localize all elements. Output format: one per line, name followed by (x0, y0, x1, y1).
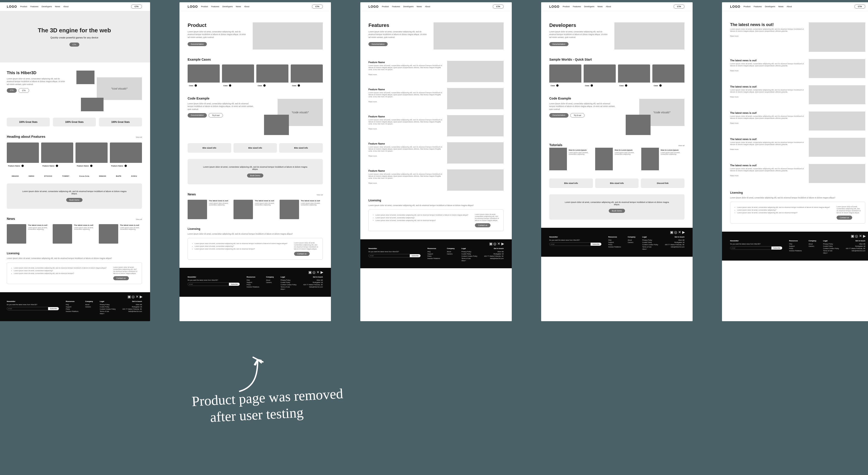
licensing-box: Lorem ipsum dolor sit amet, consectetur … (7, 262, 142, 284)
hiber-cta2[interactable]: CTA (19, 88, 29, 93)
partner-logos: SMASHSMSHSTOCKXTOMMY Coca-ColaSMASHBAPEK… (7, 175, 142, 177)
bite-pill[interactable]: Bite sized info (188, 143, 231, 153)
news-heading: News (7, 217, 15, 220)
demo-banner: Lorem ipsum dolor sit amet, consectetur … (7, 183, 142, 209)
arrow-icon (125, 165, 127, 167)
news-item[interactable]: The latest news is out!Lorem ipsum dolor… (7, 224, 50, 244)
product-hero-image (253, 22, 323, 50)
doc-button[interactable]: Documentation (188, 113, 207, 118)
feature-card[interactable]: Feature Name (110, 143, 142, 169)
newsletter-input[interactable] (7, 307, 48, 310)
news-block: The latest news is out!Lorem ipsum dolor… (730, 22, 865, 52)
hiber-section: This is Hiber3D Lorem ipsum dolor sit am… (7, 70, 142, 111)
tutorial-card[interactable]: How to Lorem IpsumLorem ipsum dolor sit … (641, 148, 684, 170)
stats-row: 100% Great Stats 100% Great Stats 100% G… (7, 118, 142, 126)
page-product: LOGO ProductFeaturesDevelopersNewsAbout … (180, 2, 331, 321)
social-icon[interactable]: ▣ (127, 295, 130, 297)
nav-features[interactable]: Features (30, 5, 38, 8)
dev-title: Developers (549, 22, 610, 28)
nav-cta[interactable]: CTA (131, 4, 142, 8)
hero: The 3D engine for the web Quickly create… (0, 11, 150, 62)
case-card[interactable]: Case (188, 64, 220, 88)
arrow-icon (188, 353, 278, 398)
hero-cta[interactable]: CTA (69, 42, 79, 47)
features-heading: Heading about Features (7, 135, 45, 139)
nav-developers[interactable]: Developers (41, 5, 52, 8)
arrow-icon (56, 165, 58, 167)
footer: ▣ ◎ ✕ ▶ Newsletter Do you want the lates… (0, 292, 150, 321)
licensing-intro: Lorem ipsum dolor sit amet, consectetur … (7, 257, 120, 260)
tutorials-heading: Tutorials (549, 143, 562, 147)
page-news: LOGO ProductFeaturesDevelopersNewsAbout … (722, 2, 868, 321)
annotation-text: Product page was removed after user test… (191, 385, 344, 427)
banner-copy: Lorem ipsum dolor sit amet, consectetur … (20, 190, 128, 195)
case-card[interactable]: Case (256, 64, 288, 88)
features-title: Features (368, 22, 429, 28)
feature-row: Feature NameLorem ipsum dolor sit amet, … (368, 61, 504, 82)
subscribe-button[interactable]: Subscribe (48, 307, 59, 310)
documentation-button[interactable]: Documentation (188, 42, 207, 46)
view-all-news[interactable]: View all (136, 218, 142, 220)
code-heading: Code Example (188, 96, 255, 100)
tutorial-card[interactable]: How to Lorem IpsumLorem ipsum dolor sit … (549, 148, 592, 170)
view-all-features[interactable]: View all (136, 136, 142, 138)
hiber-cta1[interactable]: CTA (7, 88, 17, 93)
hiber-title: This is Hiber3D (7, 70, 67, 75)
hiber-visual: *cool visuals* (72, 70, 142, 111)
page-features: LOGO ProductFeaturesDevelopersNewsAbout … (360, 2, 512, 321)
case-card[interactable]: Case (222, 64, 254, 88)
examples-heading: Example Cases (188, 58, 323, 61)
pages-row: LOGO Product Features Developers News Ab… (0, 2, 868, 321)
hiber-copy: Lorem ipsum dolor sit amet, consectetur … (7, 77, 67, 86)
social-icon[interactable]: ◎ (131, 295, 134, 297)
worlds-heading: Sample Worlds - Quick Start (549, 58, 684, 61)
feature-card[interactable]: Feature Name (7, 143, 39, 169)
stat-1: 100% Great Stats (7, 118, 50, 126)
annotation: Product page was removed after user test… (188, 353, 459, 399)
feature-card[interactable]: Feature Name (75, 143, 107, 169)
case-card[interactable]: Case (291, 64, 323, 88)
nav-news[interactable]: News (55, 5, 60, 8)
feature-card[interactable]: Feature Name (41, 143, 73, 169)
tutorial-card[interactable]: How to Lorem IpsumLorem ipsum dolor sit … (595, 148, 638, 170)
stat-3: 100% Great Stats (99, 118, 142, 126)
nav-product[interactable]: Product (20, 5, 27, 8)
features-hero-image (434, 22, 504, 50)
feature-cards: Feature Name Feature Name Feature Name F… (7, 143, 142, 169)
book-demo-button[interactable]: Book Demo (66, 198, 83, 202)
top-nav: LOGO Product Features Developers News Ab… (0, 2, 150, 11)
feature-list: Feature NameLorem ipsum dolor sit amet, … (368, 61, 504, 191)
try-button[interactable]: Try it out (209, 113, 223, 118)
bite-pill[interactable]: Bite sized info (234, 143, 277, 153)
page-home: LOGO Product Features Developers News Ab… (0, 2, 150, 321)
code-visual: *code visuals* (259, 99, 323, 135)
logo[interactable]: LOGO (7, 5, 17, 8)
news-item[interactable]: The latest news is out!Lorem ipsum dolor… (99, 224, 142, 244)
arrow-icon (90, 165, 92, 167)
wireframe-canvas: LOGO Product Features Developers News Ab… (0, 0, 868, 475)
product-title: Product (188, 22, 248, 28)
social-icon[interactable]: ✕ (135, 295, 138, 297)
nav-about[interactable]: About (63, 5, 69, 8)
stat-2: 100% Great Stats (53, 118, 96, 126)
arrow-icon (22, 165, 24, 167)
social-icon[interactable]: ▶ (140, 295, 142, 297)
book-demo-button[interactable]: Book Demo (247, 174, 264, 178)
hero-sub: Quickly create powerful games for any de… (7, 36, 142, 39)
news-row: The latest news is out!Lorem ipsum dolor… (7, 224, 142, 244)
hero-title: The 3D engine for the web (7, 27, 142, 34)
licensing-heading: Licensing (7, 252, 142, 255)
contact-us-button[interactable]: Contact us (113, 276, 129, 280)
page-developers: LOGO ProductFeaturesDevelopersNewsAbout … (541, 2, 692, 321)
discord-link[interactable]: Discord link (641, 178, 684, 188)
social-icons: ▣ ◎ ✕ ▶ (0, 292, 150, 299)
news-item[interactable]: The latest news is out!Lorem ipsum dolor… (53, 224, 96, 244)
bite-pill[interactable]: Bite sized info (279, 143, 323, 153)
